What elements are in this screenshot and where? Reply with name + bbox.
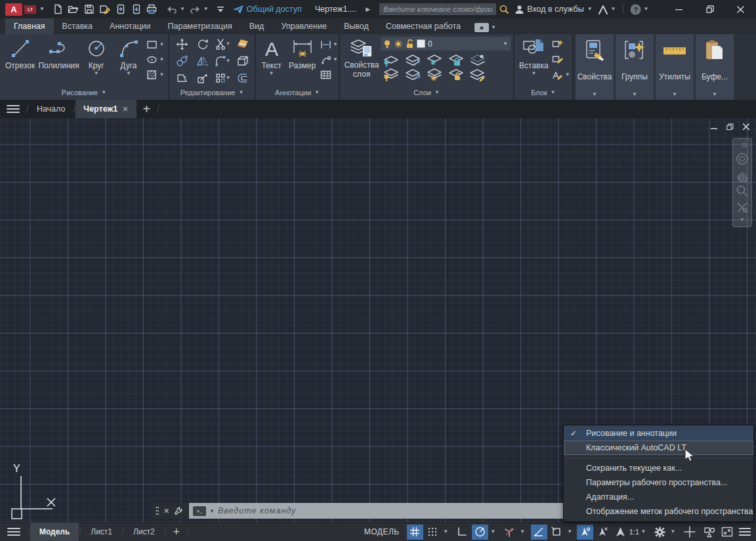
annotation-scale-dropdown[interactable]: ▼ <box>639 529 648 534</box>
layer-freeze-button[interactable] <box>425 54 442 67</box>
undo-button[interactable] <box>164 1 180 17</box>
help-button[interactable]: ? ▼ <box>627 1 652 17</box>
layer-isolate-button[interactable] <box>404 54 421 67</box>
open-from-mobile-button[interactable] <box>113 1 129 17</box>
clean-screen-button[interactable] <box>719 525 735 540</box>
layer-make-current-button[interactable] <box>469 54 486 67</box>
ribbon-tab-manage[interactable]: Управление <box>272 18 335 34</box>
ucs-icon[interactable]: Y <box>0 456 72 522</box>
wrench-icon[interactable] <box>174 506 183 515</box>
ribbon-tab-annotate[interactable]: Аннотации <box>101 18 159 34</box>
restore-button[interactable] <box>694 0 725 18</box>
close-button[interactable] <box>725 0 756 18</box>
panel-clipboard-collapsed[interactable]: Буфе... ▼ <box>696 34 734 100</box>
ribbon-tab-insert[interactable]: Вставка <box>54 18 101 34</box>
scale-button[interactable] <box>197 72 209 84</box>
layer-unlock-all-button[interactable] <box>447 68 464 81</box>
menu-item-classic-autocad-lt[interactable]: Классический AutoCAD LT <box>564 441 753 455</box>
crosshair-button[interactable] <box>681 525 698 540</box>
move-button[interactable] <box>176 38 188 51</box>
doc-restore-button[interactable] <box>726 123 734 131</box>
redo-button[interactable] <box>188 1 203 17</box>
menu-item-workspace-settings[interactable]: Параметры рабочего пространства... <box>564 475 753 490</box>
layout2-tab[interactable]: Лист2 <box>124 523 164 541</box>
search-button[interactable] <box>496 1 512 17</box>
qat-customize-button[interactable] <box>213 1 228 17</box>
ribbon-tab-view[interactable]: Вид <box>241 18 273 34</box>
polar-dropdown[interactable]: ▼ <box>489 529 497 534</box>
leader-dropdown[interactable]: ▼ <box>333 57 338 62</box>
stretch-button[interactable] <box>176 72 188 84</box>
file-tabs-menu-button[interactable] <box>0 104 26 114</box>
file-tab-close-icon[interactable]: ✕ <box>122 105 128 114</box>
undo-dropdown[interactable]: ▼ <box>180 7 185 12</box>
doc-minimize-button[interactable] <box>711 123 717 131</box>
ribbon-tab-collaborate[interactable]: Совместная работа <box>377 18 469 34</box>
new-layout-button[interactable]: + <box>167 523 187 541</box>
panel-utilities-collapsed[interactable]: Утилиты ▼ <box>656 34 694 100</box>
panel-label-modify[interactable]: Редактирование▼ <box>169 85 255 100</box>
array-button[interactable]: ▼ <box>215 72 231 84</box>
workspace-switching-button[interactable] <box>652 525 668 540</box>
rectangle-button[interactable] <box>146 39 158 50</box>
panel-groups-collapsed[interactable]: Группы ▼ <box>616 34 654 100</box>
grid-toggle[interactable] <box>407 525 423 540</box>
insert-block-button[interactable]: Вставка ▼ <box>517 34 551 85</box>
trim-button[interactable]: ▼ <box>215 38 231 50</box>
isodraft-dropdown[interactable]: ▼ <box>518 529 527 534</box>
ribbon-tab-parametric[interactable]: Параметризация <box>159 18 241 34</box>
object-snap-tracking-toggle[interactable] <box>531 525 547 540</box>
layout-menu-button[interactable] <box>0 527 28 536</box>
panel-label-annotation[interactable]: Аннотации▼ <box>256 85 339 100</box>
polar-tracking-toggle[interactable] <box>472 525 488 540</box>
command-close-button[interactable]: ✕ <box>163 507 169 515</box>
ortho-toggle[interactable] <box>454 525 471 540</box>
save-button[interactable] <box>81 1 97 17</box>
model-tab[interactable]: Модель <box>30 523 79 541</box>
table-button[interactable] <box>320 70 331 79</box>
command-dropdown[interactable]: ▼ <box>209 508 215 514</box>
share-button[interactable]: Общий доступ <box>232 1 302 17</box>
create-block-button[interactable] <box>552 39 564 49</box>
save-to-mobile-button[interactable] <box>129 1 144 17</box>
layer-unisolate-button[interactable] <box>404 68 421 81</box>
isodraft-toggle[interactable] <box>501 525 518 540</box>
layer-properties-button[interactable]: Свойстваслоя <box>343 34 381 85</box>
menu-item-save-current-as[interactable]: Сохранить текущее как... <box>564 461 753 475</box>
hatch-dropdown[interactable]: ▼ <box>159 72 165 77</box>
layer-lock-button[interactable] <box>447 54 464 67</box>
command-input[interactable] <box>218 506 566 515</box>
ribbon-tab-output[interactable]: Вывод <box>335 18 377 34</box>
ribbon-display-toggle[interactable]: ▼ <box>474 23 496 32</box>
line-button[interactable]: Отрезок <box>3 34 37 85</box>
app-store-button[interactable]: ▼ <box>595 1 619 17</box>
panel-label-layers[interactable]: Слои▼ <box>340 85 513 100</box>
array-dropdown[interactable]: ▼ <box>226 76 231 81</box>
rotate-button[interactable] <box>197 38 209 50</box>
open-file-button[interactable] <box>66 1 81 17</box>
trim-dropdown[interactable]: ▼ <box>226 41 231 47</box>
app-menu-button[interactable]: A LT ▼ <box>5 1 45 17</box>
clipboard-panel-dropdown[interactable]: ▼ <box>712 92 717 97</box>
navbar-more-dropdown[interactable]: ▼ <box>740 217 745 223</box>
navigation-bar[interactable]: ▼ <box>732 138 752 227</box>
object-snap-toggle[interactable] <box>549 525 565 540</box>
rectangle-dropdown[interactable]: ▼ <box>159 42 165 47</box>
menu-item-customize[interactable]: Адаптация... <box>564 490 753 504</box>
layer-on-all-button[interactable] <box>382 68 399 81</box>
layer-select-dropdown[interactable]: ▼ <box>503 41 508 47</box>
ellipse-dropdown[interactable]: ▼ <box>159 57 165 62</box>
utilities-panel-dropdown[interactable]: ▼ <box>672 92 677 97</box>
edit-block-button[interactable] <box>552 54 564 64</box>
redo-dropdown[interactable]: ▼ <box>203 7 209 12</box>
copy-button[interactable] <box>176 55 188 67</box>
mirror-button[interactable] <box>196 55 209 67</box>
file-tab-start[interactable]: Начало <box>29 100 74 118</box>
properties-panel-dropdown[interactable]: ▼ <box>592 92 597 97</box>
file-tab-drawing1[interactable]: Чертеж1 ✕ <box>75 100 136 118</box>
layout1-tab[interactable]: Лист1 <box>81 523 121 541</box>
snap-toggle[interactable] <box>425 525 441 540</box>
customization-button[interactable] <box>736 525 753 540</box>
signin-button[interactable]: Вход в службы ▼ <box>512 1 595 17</box>
erase-button[interactable] <box>237 38 249 50</box>
